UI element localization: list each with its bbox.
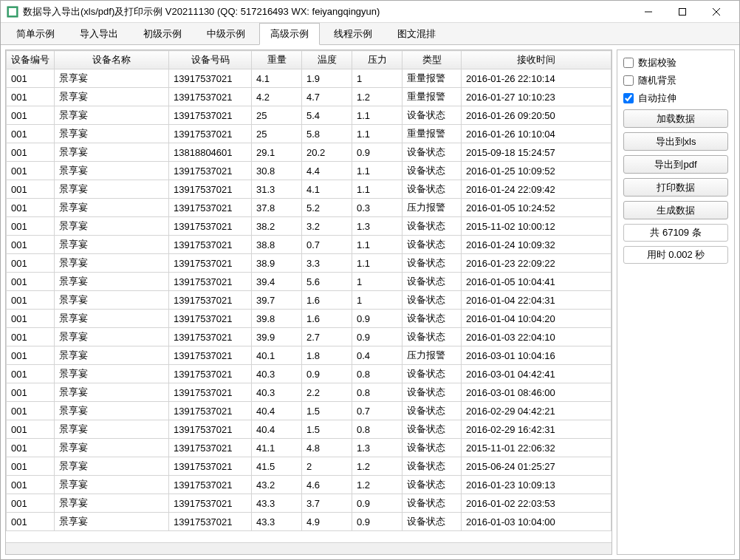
table-cell: 1.2 [352,457,402,476]
column-header[interactable]: 重量 [252,51,302,69]
table-cell: 40.3 [252,365,302,383]
table-cell: 001 [7,420,55,439]
table-cell: 景享宴 [55,476,169,494]
maximize-button[interactable] [665,1,699,22]
svg-rect-1 [9,8,16,16]
table-row[interactable]: 001景享宴1391753702139.81.60.9设备状态2016-01-0… [7,310,611,328]
column-header[interactable]: 接收时间 [462,51,611,69]
minimize-button[interactable] [631,1,665,22]
table-cell: 2016-01-24 22:09:42 [462,180,611,199]
load-data-button[interactable]: 加载数据 [623,109,728,128]
table-cell: 设备状态 [402,476,462,494]
checkbox-validate[interactable]: 数据校验 [623,56,728,69]
table-cell: 景享宴 [55,439,169,457]
tab-5[interactable]: 线程示例 [323,23,383,44]
table-cell: 001 [7,383,55,402]
column-header[interactable]: 压力 [352,51,402,69]
tab-0[interactable]: 简单示例 [5,23,66,44]
table-cell: 31.3 [252,180,302,199]
table-cell: 设备状态 [402,273,462,291]
checkbox-validate-input[interactable] [623,58,634,68]
table-cell: 001 [7,217,55,236]
table-cell: 001 [7,346,55,365]
print-data-button[interactable]: 打印数据 [623,178,728,197]
table-cell: 001 [7,291,55,310]
tab-6[interactable]: 图文混排 [386,23,447,44]
export-xls-button[interactable]: 导出到xls [623,132,728,151]
table-cell: 压力报警 [402,199,462,217]
table-row[interactable]: 001景享宴1391753702143.34.90.9设备状态2016-01-0… [7,513,611,531]
table-row[interactable]: 001景享宴1391753702141.521.2设备状态2015-06-24 … [7,457,611,476]
tab-3[interactable]: 中级示例 [196,23,256,44]
column-header[interactable]: 设备名称 [55,51,169,69]
table-cell: 景享宴 [55,236,169,254]
table-row[interactable]: 001景享宴1391753702143.24.61.2设备状态2016-01-2… [7,476,611,494]
table-row[interactable]: 001景享宴1391753702137.85.20.3压力报警2016-01-0… [7,199,611,217]
table-row[interactable]: 001景享宴1391753702143.33.70.9设备状态2016-01-0… [7,494,611,513]
table-cell: 3.2 [302,217,352,236]
table-row[interactable]: 001景享宴139175370214.11.91重量报警2016-01-26 2… [7,69,611,88]
table-row[interactable]: 001景享宴1391753702140.41.50.8设备状态2016-02-2… [7,420,611,439]
table-cell: 5.6 [302,273,352,291]
table-cell: 景享宴 [55,88,169,106]
table-row[interactable]: 001景享宴1391753702138.23.21.3设备状态2015-11-0… [7,217,611,236]
table-row[interactable]: 001景享宴1391753702138.93.31.1设备状态2016-01-2… [7,254,611,273]
table-cell: 1 [352,273,402,291]
table-scroll[interactable]: 设备编号设备名称设备号码重量温度压力类型接收时间 001景享宴139175370… [6,50,611,542]
column-header[interactable]: 设备编号 [7,51,55,69]
checkbox-auto-stretch-input[interactable] [623,93,634,103]
table-cell: 001 [7,365,55,383]
table-row[interactable]: 001景享宴1391753702131.34.11.1设备状态2016-01-2… [7,180,611,199]
tab-1[interactable]: 导入导出 [69,23,129,44]
table-cell: 2016-03-01 10:04:16 [462,346,611,365]
table-cell: 设备状态 [402,236,462,254]
table-cell: 2016-01-26 09:20:50 [462,106,611,125]
table-cell: 1.1 [352,106,402,125]
table-cell: 景享宴 [55,199,169,217]
column-header[interactable]: 设备号码 [169,51,252,69]
table-row[interactable]: 001景享宴1381880460129.120.20.9设备状态2015-09-… [7,143,611,162]
table-cell: 4.9 [302,513,352,531]
table-cell: 20.2 [302,143,352,162]
table-cell: 1.9 [302,69,352,88]
table-row[interactable]: 001景享宴1391753702140.11.80.4压力报警2016-03-0… [7,346,611,365]
table-row[interactable]: 001景享宴1391753702141.14.81.3设备状态2015-11-0… [7,439,611,457]
table-row[interactable]: 001景享宴1391753702140.32.20.8设备状态2016-03-0… [7,383,611,402]
checkbox-random-bg-input[interactable] [623,75,634,86]
checkbox-auto-stretch[interactable]: 自动拉伸 [623,92,728,105]
table-row[interactable]: 001景享宴1391753702139.45.61设备状态2016-01-05 … [7,273,611,291]
horizontal-scrollbar[interactable] [6,542,611,554]
table-cell: 压力报警 [402,346,462,365]
table-row[interactable]: 001景享宴1391753702130.84.41.1设备状态2016-01-2… [7,162,611,180]
table-cell: 001 [7,162,55,180]
table-row[interactable]: 001景享宴13917537021255.81.1重量报警2016-01-26 … [7,125,611,143]
table-row[interactable]: 001景享宴1391753702139.92.70.9设备状态2016-01-0… [7,328,611,346]
table-row[interactable]: 001景享宴1391753702138.80.71.1设备状态2016-01-2… [7,236,611,254]
checkbox-random-bg[interactable]: 随机背景 [623,74,728,87]
table-cell: 2016-01-03 22:04:10 [462,328,611,346]
table-cell: 0.9 [352,513,402,531]
tab-4[interactable]: 高级示例 [259,23,320,45]
table-cell: 2015-11-02 10:00:12 [462,217,611,236]
table-cell: 4.6 [302,476,352,494]
table-row[interactable]: 001景享宴1391753702140.30.90.8设备状态2016-03-0… [7,365,611,383]
table-row[interactable]: 001景享宴139175370214.24.71.2重量报警2016-01-27… [7,88,611,106]
checkbox-auto-stretch-label: 自动拉伸 [638,92,676,105]
table-cell: 2016-01-02 22:03:53 [462,494,611,513]
table-cell: 5.8 [302,125,352,143]
table-cell: 设备状态 [402,254,462,273]
table-row[interactable]: 001景享宴13917537021255.41.1设备状态2016-01-26 … [7,106,611,125]
table-cell: 景享宴 [55,143,169,162]
table-row[interactable]: 001景享宴1391753702139.71.61设备状态2016-01-04 … [7,291,611,310]
column-header[interactable]: 类型 [402,51,462,69]
table-row[interactable]: 001景享宴1391753702140.41.50.7设备状态2016-02-2… [7,402,611,420]
table-cell: 1.3 [352,439,402,457]
table-cell: 0.8 [352,365,402,383]
generate-data-button[interactable]: 生成数据 [623,201,728,219]
export-pdf-button[interactable]: 导出到pdf [623,155,728,174]
table-cell: 1 [352,69,402,88]
column-header[interactable]: 温度 [302,51,352,69]
tab-2[interactable]: 初级示例 [132,23,193,44]
close-button[interactable] [699,1,733,22]
table-cell: 001 [7,513,55,531]
